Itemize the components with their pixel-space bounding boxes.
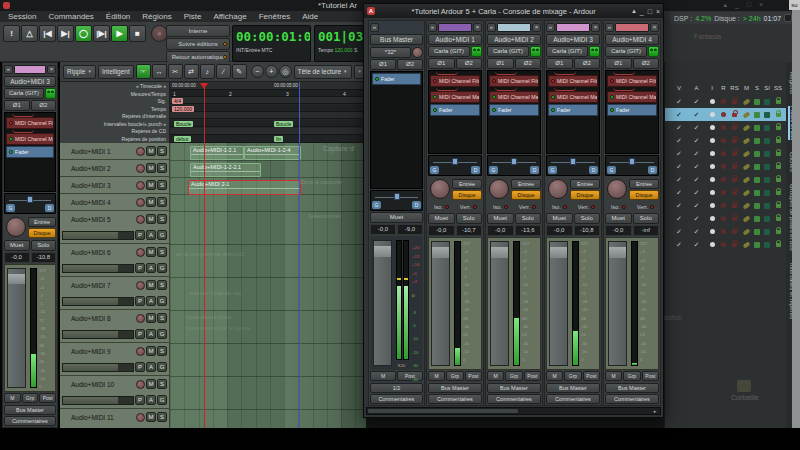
fader-handle[interactable] xyxy=(8,274,25,285)
meter-ruler[interactable]: 4/4 xyxy=(170,97,367,104)
menu-item[interactable]: Aide xyxy=(296,11,324,22)
timecode-ruler[interactable]: 00:00:00:00 00:00:05:00 xyxy=(170,82,367,90)
track-header[interactable]: Audio+MIDI 7 M S P A G xyxy=(60,277,170,310)
group-button[interactable]: G xyxy=(157,263,167,273)
strip-close-icon[interactable]: × xyxy=(47,65,56,74)
solo-icon[interactable] xyxy=(754,138,760,144)
record-icon[interactable] xyxy=(721,151,726,156)
editor-track-canvas[interactable]: Audio+MIDI-1-2.1 Audio+MIDI-1-2-4 Audio+… xyxy=(170,143,366,428)
active-checkbox[interactable]: ✓ xyxy=(688,238,705,251)
column-header[interactable]: S xyxy=(752,85,762,91)
gain-value[interactable]: -0,0 xyxy=(546,225,573,236)
mute-button[interactable]: M xyxy=(146,146,156,156)
processor-led[interactable] xyxy=(610,95,614,99)
column-header[interactable]: A xyxy=(688,85,705,91)
solo-safe-icon[interactable] xyxy=(776,204,781,208)
input-monitor-icon[interactable] xyxy=(710,99,715,104)
processor-midi-map[interactable]: MIDI Channel Ma xyxy=(6,133,54,145)
pan-control[interactable]: G D xyxy=(487,155,541,176)
record-enable-button[interactable] xyxy=(136,198,145,207)
active-checkbox[interactable]: ✓ xyxy=(688,121,705,134)
peak-value[interactable]: -10,7 xyxy=(456,225,483,236)
record-icon[interactable] xyxy=(721,177,726,182)
error-log-icon[interactable] xyxy=(784,14,792,22)
solo-isolate-icon[interactable] xyxy=(764,229,770,235)
meter-point-button[interactable]: M xyxy=(546,371,563,381)
strip-name-button[interactable]: Audio+MIDI 4 xyxy=(605,34,659,45)
mute-button[interactable]: Muet xyxy=(4,240,30,251)
audition-tool-icon[interactable]: ♪ xyxy=(200,64,215,79)
playlist-button[interactable]: P xyxy=(135,230,145,240)
mute-button[interactable]: Muet xyxy=(546,213,573,224)
track-name[interactable]: Audio+MIDI 5 xyxy=(62,216,135,223)
peak-value[interactable]: -13,6 xyxy=(515,225,542,236)
visible-checkbox[interactable]: ✓ xyxy=(670,160,688,173)
gain-value[interactable]: -0,0 xyxy=(487,225,514,236)
input-monitor-icon[interactable] xyxy=(710,151,715,156)
visible-checkbox[interactable]: ✓ xyxy=(670,95,688,108)
mute-button[interactable]: M xyxy=(146,163,156,173)
gain-value[interactable]: -0,0 xyxy=(370,224,396,235)
mute-button[interactable]: M xyxy=(146,379,156,389)
gain-value[interactable]: -0,0 xyxy=(4,252,30,263)
processor-led[interactable] xyxy=(610,79,614,83)
processor-midi-filter[interactable]: MIDI Channel Filter xyxy=(548,75,598,87)
track-gain-slider[interactable] xyxy=(62,330,134,339)
meter-post-button[interactable]: Post xyxy=(39,393,56,403)
active-checkbox[interactable]: ✓ xyxy=(688,160,705,173)
column-header[interactable]: R xyxy=(719,85,728,91)
mute-icon[interactable] xyxy=(742,241,750,248)
processor-midi-map[interactable]: MIDI Channel Map xyxy=(548,91,598,103)
active-checkbox[interactable]: ✓ xyxy=(688,199,705,212)
automation-button[interactable]: A xyxy=(146,296,156,306)
processor-led[interactable] xyxy=(551,108,555,112)
track-header[interactable]: Audio+MIDI 3 M S xyxy=(60,177,170,194)
solo-icon[interactable] xyxy=(754,164,760,170)
track-header[interactable]: Audio+MIDI 4 M S xyxy=(60,194,170,211)
plugin-button[interactable]: Carla (GIT) xyxy=(487,46,529,57)
processor-midi-map[interactable]: MIDI Channel Map xyxy=(607,91,657,103)
track-list-row[interactable]: ✓ ✓ xyxy=(665,238,786,251)
menu-item[interactable]: Régions xyxy=(136,11,177,22)
plugin-button[interactable]: Carla (GIT) xyxy=(546,46,588,57)
solo-safe-icon[interactable] xyxy=(776,139,781,143)
mute-icon[interactable] xyxy=(742,137,750,144)
playlist-button[interactable]: P xyxy=(135,395,145,405)
strip-name-button[interactable]: Audio+MIDI 3 xyxy=(4,76,56,87)
solo-button[interactable]: Solo xyxy=(456,213,483,224)
meter-post-button[interactable]: Post xyxy=(583,371,600,381)
solo-lock-led[interactable] xyxy=(473,205,477,209)
track-header[interactable]: Audio+MIDI 8 M S P A G xyxy=(60,310,170,343)
record-safe-icon[interactable] xyxy=(732,126,737,130)
sync-option-button[interactable]: Suivre éditions xyxy=(166,38,230,50)
pan-handle[interactable] xyxy=(27,196,33,203)
processor-led[interactable] xyxy=(610,108,614,112)
processor-midi-filter[interactable]: MIDI Channel Filt xyxy=(6,117,54,129)
stop-button[interactable]: ■ xyxy=(129,25,146,42)
strip-scroll-icon[interactable]: « xyxy=(546,23,555,32)
visible-checkbox[interactable]: ✓ xyxy=(670,212,688,225)
gain-fader[interactable] xyxy=(373,240,392,366)
track-name[interactable]: Audio+MIDI 4 xyxy=(62,199,135,206)
mute-icon[interactable] xyxy=(742,111,750,118)
track-list-row[interactable]: ✓ ✓ xyxy=(665,95,786,108)
fader-handle[interactable] xyxy=(432,247,449,258)
visible-checkbox[interactable]: ✓ xyxy=(670,147,688,160)
trim-knob[interactable] xyxy=(548,179,568,199)
record-safe-icon[interactable] xyxy=(732,152,737,156)
processor-led[interactable] xyxy=(551,95,555,99)
track-header[interactable]: Audio+MIDI 11 M S P A G xyxy=(60,409,170,428)
processor-fader[interactable]: Fader xyxy=(430,104,480,116)
ruler-label[interactable]: Mesures/Temps xyxy=(60,91,169,97)
strip-close-icon[interactable]: × xyxy=(650,23,659,32)
output-button[interactable]: Bus Master xyxy=(4,405,56,415)
track-list-row[interactable]: ✓ ✓ xyxy=(665,225,786,238)
pan-control[interactable]: G D xyxy=(4,193,56,214)
monitor-input-button[interactable]: Entrée xyxy=(511,179,541,189)
record-safe-icon[interactable] xyxy=(732,178,737,182)
strip-close-icon[interactable]: × xyxy=(532,23,541,32)
processor-box[interactable]: MIDI Channel Filter MIDI Channel Map Fad… xyxy=(605,70,659,154)
record-safe-icon[interactable] xyxy=(732,230,737,234)
pan-control[interactable]: G D xyxy=(370,190,423,211)
strip-close-icon[interactable]: × xyxy=(473,23,482,32)
